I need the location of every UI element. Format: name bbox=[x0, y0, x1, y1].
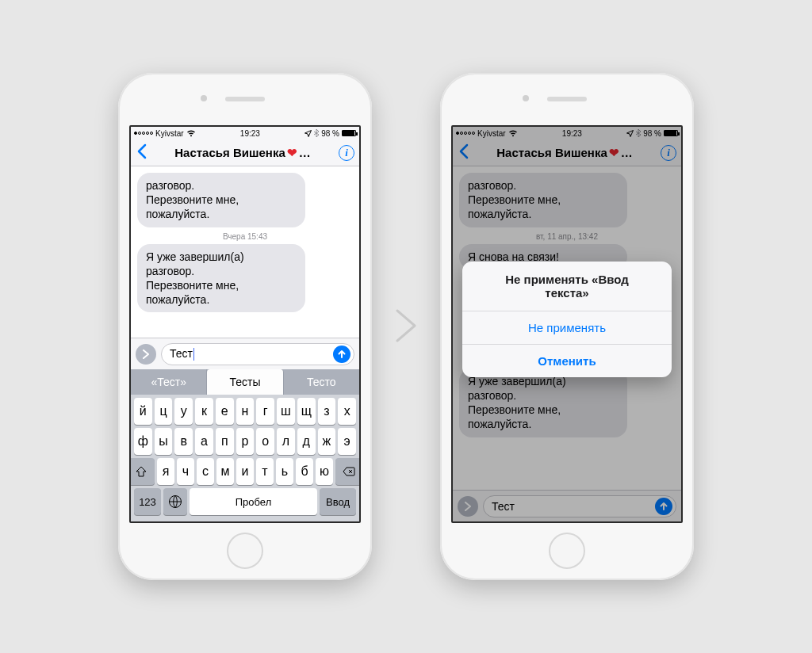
letter-key[interactable]: ф bbox=[134, 428, 152, 455]
send-button[interactable] bbox=[333, 346, 350, 363]
timestamp: Вчера 15:43 bbox=[137, 232, 353, 241]
letter-key[interactable]: м bbox=[216, 458, 234, 485]
message-input[interactable]: Тест bbox=[161, 343, 354, 365]
space-key[interactable]: Пробел bbox=[190, 488, 317, 515]
letter-key[interactable]: у bbox=[174, 398, 193, 425]
predictive-bar: «Тест» Тесты Тесто bbox=[131, 369, 359, 395]
back-button[interactable] bbox=[136, 143, 147, 162]
apps-button[interactable] bbox=[136, 344, 156, 365]
clock-label: 19:23 bbox=[240, 129, 260, 138]
speaker-slot bbox=[547, 97, 587, 101]
letter-key[interactable]: щ bbox=[297, 398, 316, 425]
signal-icon bbox=[134, 132, 153, 135]
message-bubble[interactable]: разговор. Перезвоните мне, пожалуйста. bbox=[137, 173, 305, 227]
letter-key[interactable]: ц bbox=[155, 398, 173, 425]
message-input-text: Тест bbox=[170, 347, 193, 360]
letter-key[interactable]: п bbox=[216, 428, 234, 455]
letter-key[interactable]: з bbox=[318, 398, 336, 425]
nav-header: Настасья Вишенка ❤ … i bbox=[131, 139, 359, 166]
status-bar: Kyivstar 19:23 98 % bbox=[131, 127, 359, 139]
title-ellipsis: … bbox=[299, 146, 311, 159]
carrier-label: Kyivstar bbox=[155, 129, 184, 138]
contact-name: Настасья Вишенка bbox=[174, 146, 285, 159]
input-row: Тест bbox=[131, 338, 359, 369]
letter-key[interactable]: т bbox=[256, 458, 274, 485]
message-bubble[interactable]: Я уже завершил(а) разговор. Перезвоните … bbox=[137, 244, 305, 313]
battery-icon bbox=[342, 130, 356, 136]
keyboard: йцукенгшщзх фывапролджэ ячсмитьбю 123 Пр… bbox=[131, 395, 359, 521]
prediction-option[interactable]: Тесты bbox=[207, 369, 283, 395]
speaker-slot bbox=[225, 97, 265, 101]
prediction-option[interactable]: «Тест» bbox=[131, 369, 207, 395]
screen-right: Kyivstar 19:23 98 % Настасья Вишенка ❤ … bbox=[451, 125, 683, 523]
letter-key[interactable]: в bbox=[174, 428, 193, 455]
letter-key[interactable]: р bbox=[236, 428, 255, 455]
letter-key[interactable]: и bbox=[236, 458, 254, 485]
globe-key[interactable] bbox=[163, 488, 187, 515]
screen-left: Kyivstar 19:23 98 % Настасья Вишенка ❤ … bbox=[129, 125, 361, 523]
camera-dot bbox=[523, 95, 529, 101]
letter-key[interactable]: ш bbox=[277, 398, 295, 425]
letter-key[interactable]: я bbox=[157, 458, 174, 485]
enter-key[interactable]: Ввод bbox=[320, 488, 356, 515]
letter-key[interactable]: н bbox=[236, 398, 255, 425]
home-button[interactable] bbox=[227, 533, 263, 569]
letter-key[interactable]: б bbox=[296, 458, 313, 485]
letter-key[interactable]: г bbox=[256, 398, 274, 425]
letter-key[interactable]: ю bbox=[316, 458, 333, 485]
letter-key[interactable]: ь bbox=[276, 458, 293, 485]
letter-key[interactable]: ы bbox=[155, 428, 173, 455]
home-button[interactable] bbox=[549, 533, 585, 569]
letter-key[interactable]: х bbox=[338, 398, 356, 425]
letter-key[interactable]: с bbox=[197, 458, 214, 485]
heart-icon: ❤ bbox=[287, 146, 297, 160]
numbers-key[interactable]: 123 bbox=[134, 488, 161, 515]
letter-key[interactable]: к bbox=[195, 398, 213, 425]
letter-key[interactable]: ч bbox=[177, 458, 194, 485]
letter-key[interactable]: л bbox=[277, 428, 295, 455]
undo-sheet: Не применять «Ввод текста» Не применять … bbox=[462, 262, 672, 377]
letter-key[interactable]: д bbox=[297, 428, 316, 455]
sheet-undo-button[interactable]: Не применять bbox=[462, 311, 672, 345]
phone-left: Kyivstar 19:23 98 % Настасья Вишенка ❤ … bbox=[118, 73, 372, 580]
wifi-icon bbox=[186, 130, 196, 137]
bluetooth-icon bbox=[314, 129, 319, 137]
camera-dot bbox=[201, 95, 207, 101]
letter-key[interactable]: е bbox=[216, 398, 234, 425]
text-caret bbox=[193, 348, 194, 361]
prediction-option[interactable]: Тесто bbox=[284, 369, 359, 395]
sheet-title: Не применять «Ввод текста» bbox=[462, 262, 672, 311]
location-icon bbox=[304, 130, 312, 137]
phone-right: Kyivstar 19:23 98 % Настасья Вишенка ❤ … bbox=[440, 73, 694, 580]
letter-key[interactable]: ж bbox=[318, 428, 336, 455]
arrow-icon bbox=[394, 307, 418, 346]
battery-pct: 98 % bbox=[321, 129, 339, 138]
info-button[interactable]: i bbox=[339, 145, 354, 161]
conversation-left[interactable]: разговор. Перезвоните мне, пожалуйста. В… bbox=[131, 166, 359, 338]
backspace-key[interactable] bbox=[335, 458, 361, 485]
contact-title[interactable]: Настасья Вишенка ❤ … bbox=[150, 146, 335, 160]
shift-key[interactable] bbox=[129, 458, 155, 485]
letter-key[interactable]: э bbox=[338, 428, 356, 455]
sheet-cancel-button[interactable]: Отменить bbox=[462, 345, 672, 377]
letter-key[interactable]: о bbox=[256, 428, 274, 455]
letter-key[interactable]: а bbox=[195, 428, 213, 455]
letter-key[interactable]: й bbox=[134, 398, 152, 425]
